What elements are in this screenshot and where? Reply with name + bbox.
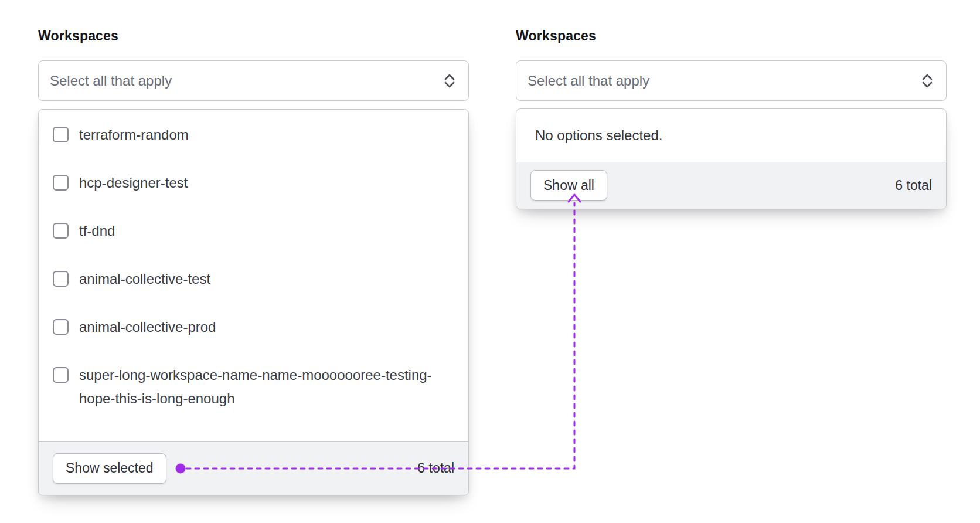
- option-label: animal-collective-test: [79, 267, 210, 291]
- right-select-placeholder: Select all that apply: [528, 73, 649, 89]
- chevron-updown-icon: [443, 73, 457, 89]
- chevron-updown-icon: [920, 73, 934, 89]
- left-workspaces-select[interactable]: Select all that apply: [38, 60, 469, 101]
- checkbox-icon[interactable]: [53, 175, 69, 191]
- option-label: hcp-designer-test: [79, 171, 188, 195]
- option-label: terraform-random: [79, 123, 189, 147]
- checkbox-icon[interactable]: [53, 127, 69, 142]
- option-hcp-designer-test[interactable]: hcp-designer-test: [39, 159, 468, 207]
- option-label: tf-dnd: [79, 219, 115, 243]
- checkbox-icon[interactable]: [53, 319, 69, 335]
- checkbox-icon[interactable]: [53, 367, 69, 383]
- right-panel-footer: Show all 6 total: [516, 162, 946, 209]
- right-workspaces-select[interactable]: Select all that apply: [516, 60, 947, 101]
- left-select-placeholder: Select all that apply: [50, 73, 172, 89]
- workspace-option-list: terraform-random hcp-designer-test tf-dn…: [39, 110, 468, 441]
- option-terraform-random[interactable]: terraform-random: [39, 111, 468, 159]
- right-total-count: 6 total: [895, 178, 932, 193]
- option-tf-dnd[interactable]: tf-dnd: [39, 207, 468, 255]
- left-total-count: 6 total: [417, 460, 454, 476]
- show-selected-button[interactable]: Show selected: [53, 453, 166, 484]
- option-animal-collective-prod[interactable]: animal-collective-prod: [39, 303, 468, 351]
- right-workspaces-label: Workspaces: [516, 28, 596, 44]
- right-options-panel: No options selected. Show all 6 total: [516, 108, 947, 209]
- left-panel-footer: Show selected 6 total: [39, 441, 468, 495]
- left-workspaces-label: Workspaces: [38, 28, 118, 44]
- option-animal-collective-test[interactable]: animal-collective-test: [39, 255, 468, 303]
- option-label: animal-collective-prod: [79, 315, 216, 339]
- left-options-panel: terraform-random hcp-designer-test tf-dn…: [38, 109, 469, 495]
- checkbox-icon[interactable]: [53, 271, 69, 287]
- option-super-long-workspace[interactable]: super-long-workspace-name-name-moooooore…: [39, 351, 468, 423]
- checkbox-icon[interactable]: [53, 223, 69, 239]
- option-label: super-long-workspace-name-name-moooooore…: [79, 364, 454, 410]
- show-all-button[interactable]: Show all: [530, 170, 607, 201]
- empty-state-message: No options selected.: [535, 127, 662, 144]
- empty-state-body: No options selected.: [516, 109, 946, 162]
